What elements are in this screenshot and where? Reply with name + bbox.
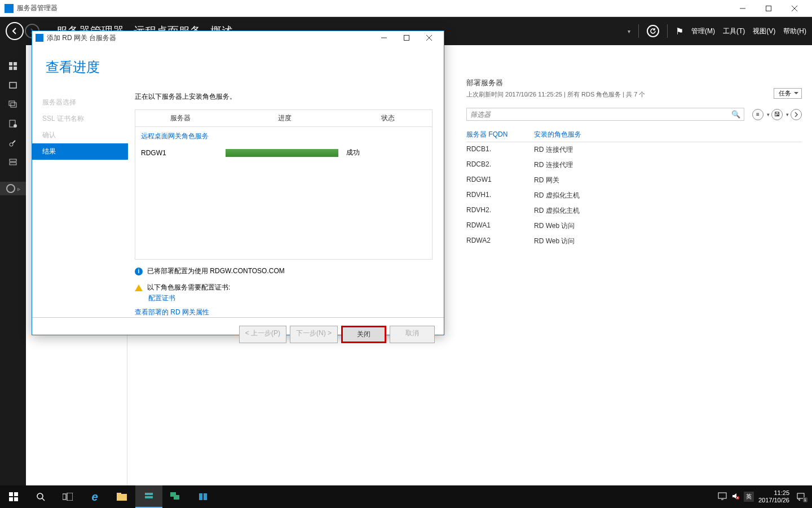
cell-roles: RD 连接代理: [534, 145, 802, 155]
taskbar-server-manager-icon[interactable]: [135, 485, 162, 508]
cell-roles: RD 网关: [534, 176, 802, 185]
table-row[interactable]: RDWA1RD Web 访问: [466, 218, 802, 234]
col-state: 状态: [344, 110, 432, 126]
local-server-icon[interactable]: [8, 80, 18, 90]
dialog-footer: < 上一步(P) 下一步(N) > 关闭 取消: [32, 317, 444, 351]
progress-bar: [226, 149, 338, 157]
refresh-button[interactable]: [647, 25, 659, 37]
table-row[interactable]: RDGW1RD 网关: [466, 173, 802, 188]
network-icon[interactable]: [718, 492, 727, 501]
left-navigation-rail: ▹: [0, 45, 26, 485]
clock-date: 2017/10/26: [758, 497, 789, 504]
previous-button: < 上一步(P): [239, 326, 286, 343]
back-button[interactable]: [6, 22, 24, 40]
rail-settings[interactable]: ▹: [0, 182, 26, 195]
svg-point-24: [37, 493, 43, 499]
svg-rect-15: [10, 163, 16, 165]
task-view-button[interactable]: [54, 485, 81, 508]
svg-rect-27: [67, 493, 73, 501]
dialog-minimize-button[interactable]: [373, 31, 395, 45]
svg-rect-17: [404, 36, 409, 41]
maximize-button[interactable]: [756, 1, 782, 16]
refresh-icon: [650, 28, 656, 34]
warning-text: 以下角色服务需要配置证书:: [147, 283, 230, 292]
wizard-step: 结果: [32, 143, 128, 160]
cell-fqdn: RDWA1: [466, 221, 534, 231]
configure-certificate-link[interactable]: 配置证书: [148, 294, 175, 302]
view-options-button[interactable]: ≡▾: [752, 109, 764, 120]
svg-rect-23: [14, 497, 18, 501]
search-icon[interactable]: 🔍: [731, 110, 740, 119]
start-button[interactable]: [0, 485, 27, 508]
volume-icon[interactable]: [731, 492, 739, 501]
dialog-titlebar[interactable]: 添加 RD 网关 台服务器: [32, 31, 444, 45]
action-center-icon[interactable]: 1: [794, 490, 807, 503]
svg-rect-8: [10, 82, 16, 88]
menu-help[interactable]: 帮助(H): [783, 27, 806, 36]
taskbar-hyperv-icon[interactable]: [162, 485, 189, 508]
file-services-icon[interactable]: [8, 157, 18, 167]
panel-subtitle: 上次刷新时间 2017/10/26 11:25:25 | 所有 RDS 角色服务…: [466, 90, 646, 99]
dialog-heading: 查看进度: [32, 45, 444, 83]
cell-roles: RD Web 访问: [534, 221, 802, 231]
notification-count-badge: 1: [803, 497, 807, 502]
svg-line-25: [42, 498, 45, 501]
menu-view[interactable]: 视图(V): [753, 27, 775, 36]
cell-roles: RD Web 访问: [534, 237, 802, 246]
search-button[interactable]: [27, 485, 54, 508]
menu-manage[interactable]: 管理(M): [691, 27, 715, 36]
svg-rect-5: [14, 62, 17, 65]
add-rd-gateway-dialog: 添加 RD 网关 台服务器 查看进度 服务器选择SSL 证书名称确认结果 正在以…: [32, 30, 444, 335]
clock[interactable]: 11:25 2017/10/26: [758, 489, 789, 504]
filter-input[interactable]: [470, 111, 731, 119]
taskbar-ie-icon[interactable]: e: [81, 485, 108, 508]
result-row: RDGW1成功: [135, 146, 432, 163]
dashboard-icon[interactable]: [8, 61, 18, 71]
column-header-roles[interactable]: 安装的角色服务: [534, 130, 802, 139]
save-filter-button[interactable]: 🖫▾: [771, 109, 783, 120]
deployment-servers-panel: 部署服务器 上次刷新时间 2017/10/26 11:25:25 | 所有 RD…: [446, 45, 812, 485]
table-row[interactable]: RDCB1.RD 连接代理: [466, 142, 802, 157]
taskbar-explorer-icon[interactable]: [108, 485, 135, 508]
taskbar-app-icon[interactable]: [189, 485, 217, 508]
all-servers-icon[interactable]: [8, 99, 18, 110]
expand-panel-button[interactable]: [791, 109, 802, 120]
menu-tools[interactable]: 工具(T): [723, 27, 745, 36]
dropdown-caret-icon[interactable]: ▾: [628, 28, 630, 34]
gear-icon: [6, 184, 15, 193]
svg-rect-1: [766, 6, 771, 11]
svg-rect-35: [204, 493, 207, 500]
iis-icon[interactable]: [8, 138, 18, 148]
table-row[interactable]: RDVH2.RD 虚拟化主机: [466, 203, 802, 218]
minimize-button[interactable]: [730, 1, 756, 16]
svg-rect-36: [718, 493, 726, 498]
parent-window-title: 服务器管理器: [17, 3, 730, 13]
panel-title: 部署服务器: [466, 78, 646, 88]
notifications-flag-icon[interactable]: ⚑: [676, 26, 683, 37]
dialog-maximize-button[interactable]: [395, 31, 418, 45]
taskbar: e 英 11:25 2017/10/26 1: [0, 485, 812, 508]
table-row[interactable]: RDVH1.RD 虚拟化主机: [466, 188, 802, 203]
col-progress: 进度: [226, 110, 344, 126]
tasks-dropdown[interactable]: 任务: [774, 88, 802, 99]
svg-rect-10: [11, 103, 16, 107]
table-row[interactable]: RDWA2RD Web 访问: [466, 234, 802, 249]
cell-fqdn: RDCB1.: [466, 145, 534, 155]
view-rd-gateway-properties-link[interactable]: 查看部署的 RD 网关属性: [135, 308, 433, 317]
cell-fqdn: RDGW1: [466, 176, 534, 185]
svg-rect-34: [199, 493, 202, 500]
result-server-name: RDGW1: [141, 149, 226, 157]
cell-fqdn: RDWA2: [466, 237, 534, 246]
result-state: 成功: [346, 148, 360, 157]
table-row[interactable]: RDCB2.RD 连接代理: [466, 157, 802, 173]
wizard-step: SSL 证书名称: [32, 111, 128, 127]
close-button[interactable]: [782, 1, 807, 16]
close-wizard-button[interactable]: 关闭: [341, 326, 386, 343]
ime-indicator[interactable]: 英: [744, 492, 754, 502]
dialog-close-button[interactable]: [418, 31, 440, 45]
col-server: 服务器: [135, 110, 226, 126]
svg-point-12: [14, 124, 17, 128]
column-header-fqdn[interactable]: 服务器 FQDN: [466, 130, 534, 139]
rds-icon[interactable]: [8, 119, 18, 129]
svg-rect-6: [9, 67, 12, 70]
